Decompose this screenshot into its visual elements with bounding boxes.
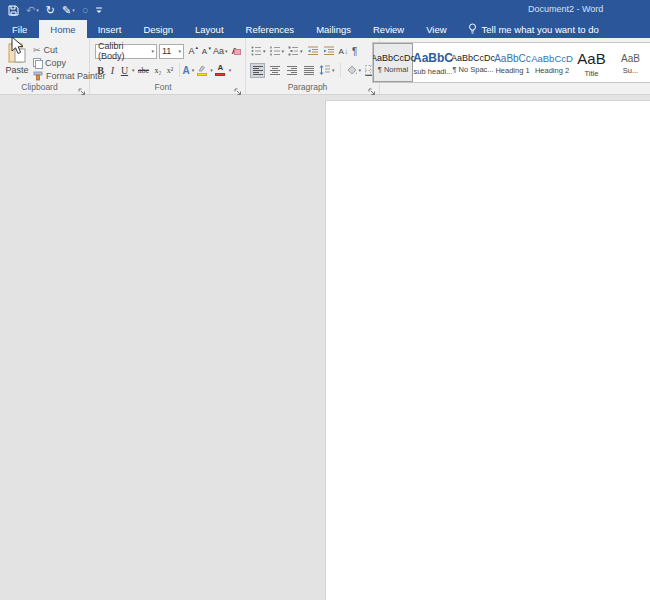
customize-qat-icon[interactable] [95,5,103,15]
window-title: Document2 - Word [528,4,603,14]
style-heading-2[interactable]: AaBbCcD Heading 2 [532,43,572,82]
clipboard-dialog-launcher-icon[interactable] [78,83,87,92]
align-left-button[interactable] [250,63,265,78]
font-row-2: B I U ▾ abc x₂ x² A ▾ ▾ A ▾ [95,62,231,78]
copy-label: Copy [45,58,66,68]
font-name-combobox[interactable]: Calibri (Body) ▾ [95,44,157,59]
undo-icon[interactable]: ↶▾ [26,2,39,18]
font-dialog-launcher-icon[interactable] [234,83,243,92]
paragraph-row-1: ▾ ▾ ▾ A↓ ¶ [250,43,358,59]
clear-formatting-button[interactable]: A [231,45,240,57]
subscript-button[interactable]: x₂ [153,63,164,78]
shading-dropdown-icon[interactable]: ▾ [359,67,362,73]
tab-references[interactable]: References [235,20,306,38]
numbering-dropdown-icon[interactable]: ▾ [282,48,285,54]
style-label: ¶ Normal [378,65,408,74]
underline-dropdown-icon[interactable]: ▾ [132,67,135,73]
text-effects-dropdown-icon[interactable]: ▾ [192,67,195,73]
tab-view[interactable]: View [415,20,457,38]
font-row-1: Calibri (Body) ▾ 11 ▾ A▴ A▾ Aa▾ A [95,43,239,59]
document-page[interactable] [325,100,650,600]
style-subtitle[interactable]: AaB Su... [611,43,650,82]
format-painter-icon [33,71,43,81]
font-size-dropdown-icon[interactable]: ▾ [178,48,181,54]
shading-button[interactable]: ▾ [345,64,363,77]
font-name-dropdown-icon[interactable]: ▾ [151,48,154,54]
decrease-indent-icon [307,46,319,56]
bullets-button[interactable]: ▾ [250,45,267,57]
copy-icon [33,58,42,68]
tab-insert[interactable]: Insert [87,20,133,38]
font-size-value: 11 [162,46,171,56]
style-title[interactable]: AaB Title [572,43,611,82]
align-center-button[interactable] [267,63,282,78]
pen-tool-icon[interactable]: ✎▾ [62,2,75,18]
clear-formatting-label: A [232,46,239,56]
style-label: ¶ No Spac... [452,65,493,74]
align-right-button[interactable] [284,63,299,78]
tab-home[interactable]: Home [39,20,86,38]
superscript-button[interactable]: x² [165,63,176,78]
style-normal[interactable]: AaBbCcDc ¶ Normal [373,43,413,82]
underline-button[interactable]: U [119,63,130,78]
lightbulb-icon [468,23,477,35]
show-hide-paragraph-button[interactable]: ¶ [351,45,358,58]
redo-icon[interactable]: ↻ [46,2,55,18]
font-group: Calibri (Body) ▾ 11 ▾ A▴ A▾ Aa▾ A B I U … [91,38,246,94]
paragraph-group: ▾ ▾ ▾ A↓ ¶ [246,38,380,94]
font-color-dropdown-icon[interactable]: ▾ [229,67,232,73]
strikethrough-button[interactable]: abc [136,63,152,78]
ribbon-tab-row: File Home Insert Design Layout Reference… [0,20,650,38]
style-label: Heading 1 [495,66,529,75]
style-heading-1[interactable]: AaBbCc Heading 1 [493,43,532,82]
styles-gallery: AaBbCcDc ¶ Normal AaBbC sub headi... AaB… [372,42,650,83]
line-spacing-button[interactable]: ▾ [318,64,336,76]
italic-button[interactable]: I [107,63,118,78]
divider [340,63,341,77]
numbering-button[interactable]: ▾ [269,45,286,57]
circle-icon: ○ [82,2,89,18]
bullets-icon [251,46,262,56]
tab-layout[interactable]: Layout [184,20,235,38]
style-label: Su... [623,66,638,75]
shrink-font-button[interactable]: A▾ [199,47,210,56]
style-preview: AaBbC [413,51,453,65]
multilevel-dropdown-icon[interactable]: ▾ [300,48,303,54]
font-color-button[interactable]: A [214,64,227,76]
text-effects-button[interactable]: A [183,65,190,76]
tell-me-box[interactable]: Tell me what you want to do [458,20,609,38]
style-no-spacing[interactable]: AaBbCcDc ¶ No Spac... [453,43,493,82]
style-sub-heading[interactable]: AaBbC sub headi... [413,43,453,82]
decrease-indent-button[interactable] [306,45,320,57]
sort-arrow: ↓ [344,47,348,56]
cut-label: Cut [44,45,58,55]
ribbon: Paste ▾ ✂ Cut Copy Format Painter Clipbo… [0,38,650,95]
pen-dropdown-icon[interactable]: ▾ [72,2,75,18]
bullets-dropdown-icon[interactable]: ▾ [263,48,266,54]
tab-mailings[interactable]: Mailings [305,20,362,38]
line-spacing-dropdown-icon[interactable]: ▾ [332,67,335,73]
change-case-button[interactable]: Aa▾ [212,45,229,57]
tab-review[interactable]: Review [362,20,415,38]
clipboard-group-label: Clipboard [0,82,79,92]
bold-button[interactable]: B [95,63,106,78]
justify-button[interactable] [301,63,316,78]
highlight-dropdown-icon[interactable]: ▾ [210,67,213,73]
font-size-combobox[interactable]: 11 ▾ [159,44,184,59]
increase-indent-button[interactable] [322,45,336,57]
highlighter-icon [197,65,206,72]
paragraph-dialog-launcher-icon[interactable] [368,83,377,92]
document-workspace [0,95,650,600]
save-icon[interactable] [8,5,19,16]
tab-design[interactable]: Design [132,20,184,38]
shading-icon [346,65,358,76]
undo-dropdown-icon[interactable]: ▾ [36,2,39,18]
quick-access-toolbar: ↶▾ ↻ ✎▾ ○ [8,2,103,18]
style-preview: AaBbCc [494,53,531,64]
paste-dropdown-icon[interactable]: ▾ [16,75,19,81]
multilevel-list-button[interactable]: ▾ [287,45,304,57]
shrink-font-label: A [202,47,207,56]
grow-font-button[interactable]: A▴ [186,46,197,56]
highlight-color-button[interactable] [195,65,208,76]
sort-button[interactable]: A↓ [338,46,349,57]
